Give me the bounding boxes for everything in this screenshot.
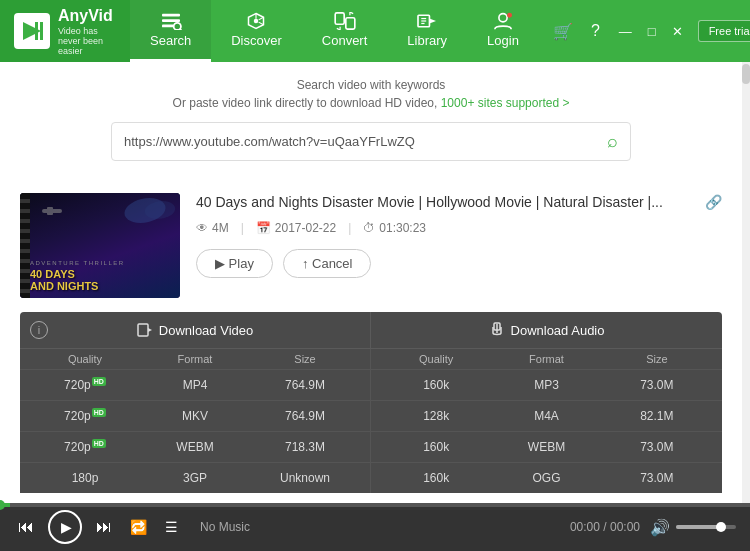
audio-4-size: 73.0M [602, 471, 712, 485]
login-nav-icon [492, 12, 514, 30]
audio-1-format: MP3 [491, 378, 601, 392]
sites-supported-link[interactable]: 1000+ sites supported > [441, 96, 570, 110]
nav-item-search[interactable]: Search [130, 0, 211, 62]
svg-rect-3 [162, 13, 180, 16]
next-button[interactable]: ⏭ [92, 514, 116, 540]
video-thumbnail: Adventure Thriller 40 DAYSAND NIGHTS [20, 193, 180, 298]
app-header: AnyVid Video has never been easier Searc… [0, 0, 750, 62]
video-1-format: MP4 [140, 378, 250, 392]
search-hint-1: Search video with keywords [20, 78, 722, 92]
download-row-4: 180p 3GP Unknown 160k OGG 73.0M [20, 462, 722, 493]
header-right: 🛒 ? — □ ✕ Free trial - 13 days left [539, 0, 750, 62]
nav-convert-label: Convert [322, 33, 368, 48]
link-icon[interactable]: 🔗 [705, 193, 722, 213]
video-quality-col: Quality [30, 353, 140, 365]
volume-icon[interactable]: 🔊 [650, 518, 670, 537]
nav-item-discover[interactable]: Discover [211, 0, 302, 62]
prev-button[interactable]: ⏮ [14, 514, 38, 540]
duration-meta: ⏱ 01:30:23 [363, 221, 426, 235]
player-bar: ⏮ ▶ ⏭ 🔁 ☰ No Music 00:00 / 00:00 🔊 [0, 503, 750, 551]
download-section: i Download Video [20, 312, 722, 493]
video-row-2[interactable]: 720pHD MKV 764.9M [20, 401, 371, 431]
svg-rect-1 [35, 22, 38, 40]
views-meta: 👁 4M [196, 221, 229, 235]
download-row-3: 720pHD WEBM 718.3M 160k WEBM 73.0M [20, 431, 722, 462]
help-icon[interactable]: ? [587, 18, 604, 44]
eye-icon: 👁 [196, 221, 208, 235]
audio-row-4[interactable]: 160k OGG 73.0M [371, 463, 722, 493]
volume-control: 🔊 [650, 518, 736, 537]
logo-text: AnyVid Video has never been easier [58, 6, 116, 55]
audio-row-3[interactable]: 160k WEBM 73.0M [371, 432, 722, 462]
date-meta: 📅 2017-02-22 [256, 221, 336, 235]
svg-rect-13 [335, 12, 344, 23]
nav-login-label: Login [487, 33, 519, 48]
search-nav-icon [160, 12, 182, 30]
play-button[interactable]: ▶ Play [196, 249, 273, 278]
video-row-1[interactable]: 720pHD MP4 764.9M [20, 370, 371, 400]
result-card: Adventure Thriller 40 DAYSAND NIGHTS [20, 193, 722, 298]
volume-track[interactable] [676, 525, 736, 529]
svg-rect-2 [40, 22, 43, 40]
video-col-headers: Quality Format Size [20, 349, 371, 369]
nav-item-library[interactable]: Library [387, 0, 467, 62]
video-row-3[interactable]: 720pHD WEBM 718.3M [20, 432, 371, 462]
minimize-button[interactable]: — [614, 22, 637, 41]
views-value: 4M [212, 221, 229, 235]
audio-size-col: Size [602, 353, 712, 365]
audio-col-headers: Quality Format Size [371, 349, 722, 369]
nav-library-label: Library [407, 33, 447, 48]
duration-value: 01:30:23 [379, 221, 426, 235]
clock-icon: ⏱ [363, 221, 375, 235]
svg-point-21 [507, 12, 512, 17]
search-submit-button[interactable]: ⌕ [599, 131, 618, 152]
audio-icon [489, 322, 505, 338]
maximize-button[interactable]: □ [643, 22, 661, 41]
download-col-headers: Quality Format Size Quality Format Size [20, 349, 722, 369]
app-name: AnyVid [58, 6, 116, 25]
audio-row-2[interactable]: 128k M4A 82.1M [371, 401, 722, 431]
app-logo-icon [14, 13, 50, 49]
cancel-button[interactable]: ↑ Cancel [283, 249, 372, 278]
convert-nav-icon [333, 12, 357, 30]
cart-icon[interactable]: 🛒 [549, 18, 577, 45]
scrollbar-thumb[interactable] [742, 64, 750, 84]
volume-thumb[interactable] [716, 522, 726, 532]
repeat-button[interactable]: 🔁 [126, 515, 151, 539]
nav-discover-label: Discover [231, 33, 282, 48]
result-meta: 👁 4M | 📅 2017-02-22 | ⏱ 01:30:23 [196, 221, 722, 235]
close-button[interactable]: ✕ [667, 22, 688, 41]
audio-4-quality: 160k [381, 471, 491, 485]
result-title-row: 40 Days and Nights Disaster Movie | Holl… [196, 193, 722, 213]
audio-1-size: 73.0M [602, 378, 712, 392]
audio-row-1[interactable]: 160k MP3 73.0M [371, 370, 722, 400]
progress-track[interactable] [0, 503, 750, 507]
svg-point-20 [499, 13, 507, 21]
svg-rect-14 [345, 17, 354, 28]
video-4-size: Unknown [250, 471, 360, 485]
video-2-size: 764.9M [250, 409, 360, 423]
info-button[interactable]: i [30, 321, 48, 339]
playlist-button[interactable]: ☰ [161, 515, 182, 539]
app-tagline: Video has never been easier [58, 26, 116, 56]
video-size-col: Size [250, 353, 360, 365]
video-3-format: WEBM [140, 440, 250, 454]
video-1-size: 764.9M [250, 378, 360, 392]
video-4-format: 3GP [140, 471, 250, 485]
progress-thumb[interactable] [0, 500, 5, 510]
calendar-icon: 📅 [256, 221, 271, 235]
nav-item-login[interactable]: Login [467, 0, 539, 62]
scrollbar[interactable] [742, 62, 750, 503]
nav-item-convert[interactable]: Convert [302, 0, 388, 62]
date-value: 2017-02-22 [275, 221, 336, 235]
audio-2-quality: 128k [381, 409, 491, 423]
logo-area: AnyVid Video has never been easier [0, 0, 130, 62]
svg-marker-23 [148, 328, 152, 332]
search-input[interactable] [124, 134, 599, 149]
library-nav-icon [416, 12, 438, 30]
video-row-4[interactable]: 180p 3GP Unknown [20, 463, 371, 493]
play-pause-button[interactable]: ▶ [48, 510, 82, 544]
video-4-quality: 180p [30, 471, 140, 485]
main-nav: Search Discover Co [130, 0, 539, 62]
search-hint-2: Or paste video link directly to download… [20, 96, 722, 110]
